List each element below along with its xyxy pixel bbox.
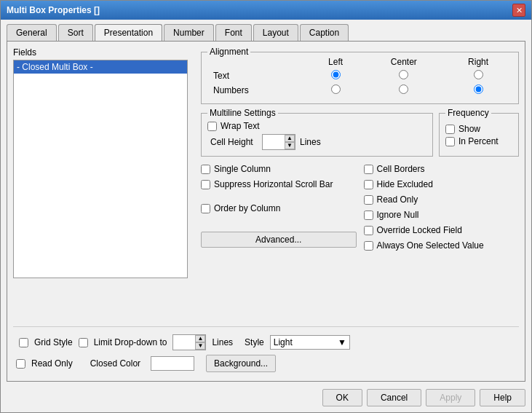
hide-excluded-checkbox[interactable]: [364, 180, 373, 189]
limit-spinner-down[interactable]: ▼: [195, 342, 205, 350]
single-column-checkbox[interactable]: [201, 165, 210, 174]
grid-style-label: Grid Style: [34, 337, 73, 347]
bottom-checks: Single Column Suppress Horizontal Scroll…: [201, 164, 519, 253]
show-label: Show: [458, 124, 480, 134]
read-only-checkbox[interactable]: [364, 195, 373, 205]
main-window: Multi Box Properties [] ✕ General Sort P…: [0, 0, 532, 413]
align-text-center[interactable]: [363, 68, 444, 83]
align-numbers-left[interactable]: [308, 83, 364, 98]
closed-color-box[interactable]: [151, 356, 194, 371]
cell-height-input[interactable]: 2: [263, 136, 285, 148]
align-col-left: Left: [308, 55, 364, 68]
suppress-scroll-row: Suppress Horizontal Scroll Bar: [201, 179, 357, 189]
style-dropdown[interactable]: Light ▼: [270, 335, 350, 350]
align-row-text-label: Text: [207, 68, 308, 83]
align-row-numbers-label: Numbers: [207, 83, 308, 98]
align-col-center: Center: [363, 55, 444, 68]
align-text-right[interactable]: [444, 68, 512, 83]
ignore-null-row: Ignore Null: [364, 210, 520, 220]
frequency-title: Frequency: [445, 108, 491, 118]
align-numbers-center[interactable]: [363, 83, 444, 98]
multiline-group: Multiline Settings Wrap Text Cell Height: [201, 113, 433, 157]
read-only-row: Read Only: [364, 194, 520, 205]
frequency-group: Frequency Show In Percent: [439, 113, 519, 157]
alignment-title: Alignment: [207, 47, 250, 57]
wrap-text-label: Wrap Text: [221, 121, 260, 131]
tab-layout[interactable]: Layout: [253, 24, 298, 41]
in-percent-checkbox[interactable]: [445, 137, 455, 146]
limit-dropdown-checkbox[interactable]: [79, 338, 88, 347]
bottom-read-only-checkbox[interactable]: [16, 359, 25, 369]
bottom-bar: Grid Style Limit Drop-down to 10 ▲ ▼ Lin…: [13, 330, 519, 353]
window-title: Multi Box Properties []: [7, 5, 100, 15]
hide-excluded-row: Hide Excluded: [364, 179, 520, 189]
limit-dropdown-input[interactable]: 10: [173, 337, 195, 348]
alignment-table: Left Center Right Text: [207, 55, 512, 98]
apply-button[interactable]: Apply: [426, 389, 475, 406]
field-item-closed-multibox[interactable]: - Closed Multi Box -: [14, 60, 187, 74]
order-column-label: Order by Column: [214, 203, 280, 213]
tab-sort[interactable]: Sort: [58, 24, 93, 41]
order-column-checkbox[interactable]: [201, 204, 210, 213]
main-panel: Fields - Closed Multi Box - Alignment: [7, 41, 525, 382]
multiline-body: Wrap Text Cell Height 2 ▲ ▼: [207, 117, 426, 150]
close-button[interactable]: ✕: [512, 4, 525, 17]
align-text-left[interactable]: [308, 68, 364, 83]
background-button[interactable]: Background...: [206, 355, 276, 372]
show-row: Show: [445, 124, 512, 134]
align-numbers-right[interactable]: [444, 83, 512, 98]
divider: [13, 326, 519, 327]
spinner-down[interactable]: ▼: [285, 142, 295, 149]
grid-style-checkbox[interactable]: [19, 338, 28, 347]
single-column-row: Single Column: [201, 164, 357, 174]
single-column-label: Single Column: [214, 164, 271, 174]
tab-general[interactable]: General: [7, 24, 57, 41]
cell-height-label: Cell Height: [210, 137, 258, 147]
spinner-up[interactable]: ▲: [285, 135, 295, 142]
order-column-row: Order by Column: [201, 203, 357, 213]
cell-height-spinner[interactable]: 2 ▲ ▼: [262, 134, 295, 150]
help-button[interactable]: Help: [480, 389, 525, 406]
limit-spinner-buttons: ▲ ▼: [195, 335, 205, 350]
hide-excluded-label: Hide Excluded: [377, 179, 433, 189]
check-col-left: Single Column Suppress Horizontal Scroll…: [201, 164, 357, 253]
override-locked-row: Override Locked Field: [364, 225, 520, 235]
always-one-row: Always One Selected Value: [364, 240, 520, 251]
cell-borders-label: Cell Borders: [377, 164, 425, 174]
wrap-text-checkbox[interactable]: [207, 122, 217, 131]
tab-caption[interactable]: Caption: [300, 24, 349, 41]
limit-dropdown-spinner[interactable]: 10 ▲ ▼: [172, 334, 206, 350]
cell-height-row: Cell Height 2 ▲ ▼ Lines: [207, 134, 426, 150]
always-one-checkbox[interactable]: [364, 241, 373, 251]
bottom-row-1: Grid Style Limit Drop-down to 10 ▲ ▼ Lin…: [19, 334, 350, 350]
wrap-text-row: Wrap Text: [207, 121, 426, 131]
show-checkbox[interactable]: [445, 125, 455, 134]
style-value: Light: [274, 337, 293, 347]
override-locked-label: Override Locked Field: [377, 225, 462, 235]
panel-body: Fields - Closed Multi Box - Alignment: [13, 47, 519, 323]
limit-spinner-up[interactable]: ▲: [195, 335, 205, 342]
suppress-scroll-label: Suppress Horizontal Scroll Bar: [214, 179, 333, 189]
alignment-row-text: Text: [207, 68, 512, 83]
align-col-empty: [207, 55, 308, 68]
override-locked-checkbox[interactable]: [364, 226, 373, 235]
alignment-row-numbers: Numbers: [207, 83, 512, 98]
cell-borders-checkbox[interactable]: [364, 165, 373, 174]
spinner-buttons: ▲ ▼: [285, 135, 295, 149]
bottom-read-only-label: Read Only: [31, 358, 73, 369]
cell-borders-row: Cell Borders: [364, 164, 520, 174]
frequency-body: Show In Percent: [445, 117, 512, 146]
cancel-button[interactable]: Cancel: [367, 389, 421, 406]
tab-number[interactable]: Number: [164, 24, 214, 41]
bottom-lines-label: Lines: [212, 337, 233, 347]
tab-presentation[interactable]: Presentation: [95, 24, 162, 41]
tab-font[interactable]: Font: [215, 24, 252, 41]
suppress-scroll-checkbox[interactable]: [201, 180, 210, 189]
ignore-null-checkbox[interactable]: [364, 211, 373, 220]
fields-list[interactable]: - Closed Multi Box -: [13, 60, 188, 278]
ok-button[interactable]: OK: [322, 389, 362, 406]
dropdown-arrow-icon: ▼: [338, 337, 346, 347]
advanced-button[interactable]: Advanced...: [201, 232, 357, 248]
read-only-label: Read Only: [377, 194, 418, 205]
limit-dropdown-label: Limit Drop-down to: [94, 337, 167, 347]
